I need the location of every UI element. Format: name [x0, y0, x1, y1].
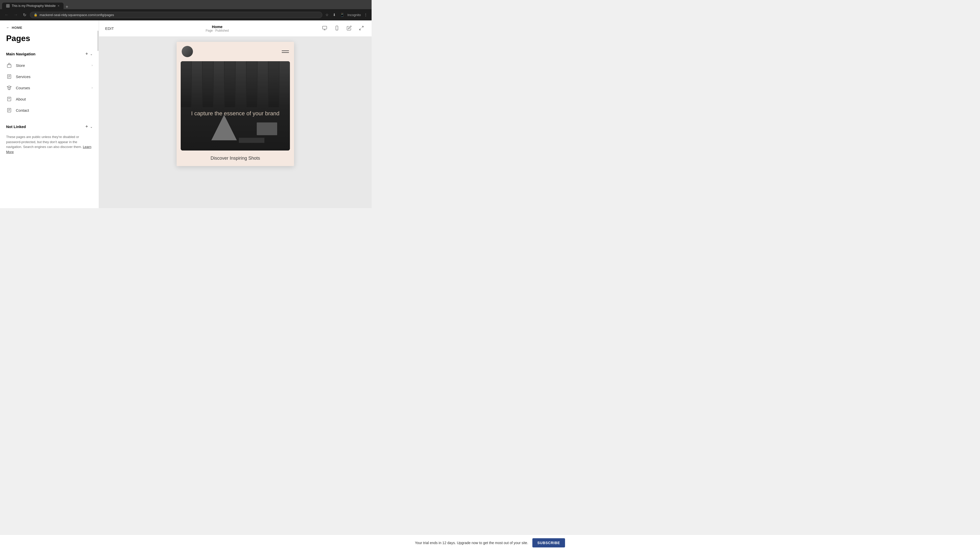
- hamburger-line-2: [282, 52, 289, 53]
- download-btn[interactable]: ⬇: [332, 12, 337, 18]
- view-controls: [321, 24, 366, 33]
- new-tab-btn[interactable]: +: [64, 5, 70, 9]
- site-logo-img: [182, 46, 193, 57]
- address-bar[interactable]: 🔒 mackerel-seal-nldy.squarespace.com/con…: [30, 12, 322, 18]
- bookmark-btn[interactable]: ☆: [325, 12, 330, 18]
- page-info: Home Page · Published: [206, 24, 229, 32]
- url-text: mackerel-seal-nldy.squarespace.com/confi…: [40, 13, 318, 17]
- app-layout: ← HOME Pages Main Navigation + ⌄: [0, 21, 372, 208]
- sidebar: ← HOME Pages Main Navigation + ⌄: [0, 21, 99, 208]
- svg-rect-13: [323, 26, 327, 29]
- nav-item-courses[interactable]: Courses ›: [0, 82, 99, 94]
- courses-icon: [6, 85, 12, 91]
- hamburger-menu[interactable]: [282, 51, 289, 53]
- tab-close-btn[interactable]: ×: [58, 4, 59, 8]
- discover-section: Discover Inspiring Shots: [177, 151, 294, 166]
- about-label: About: [16, 97, 93, 101]
- toolbar-actions: ☆ ⬇ 📱 Incognito ⋮: [325, 12, 369, 18]
- svg-rect-0: [7, 65, 11, 68]
- page-info-title: Home: [206, 24, 229, 29]
- lock-icon: 🔒: [34, 13, 38, 17]
- not-linked-collapse-btn[interactable]: ⌄: [90, 125, 93, 129]
- courses-label: Courses: [16, 86, 88, 90]
- site-logo: [182, 46, 193, 57]
- sidebar-inner: ← HOME Pages Main Navigation + ⌄: [0, 21, 99, 208]
- page-info-status: Page · Published: [206, 29, 229, 32]
- hero-image-container: I capture the essence of your brand: [181, 61, 290, 151]
- forward-btn[interactable]: →: [12, 11, 19, 18]
- nav-items-list: Store › Services: [0, 59, 99, 117]
- nav-item-about[interactable]: About: [0, 94, 99, 105]
- hero-heading: I capture the essence of your brand: [191, 110, 280, 118]
- scrollbar-thumb: [97, 30, 99, 51]
- box-object: [257, 122, 277, 135]
- services-label: Services: [16, 75, 93, 79]
- desktop-view-btn[interactable]: [321, 24, 329, 33]
- not-linked-title: Not Linked: [6, 124, 26, 129]
- not-linked-section: Not Linked + ⌄ These pages are public un…: [0, 117, 99, 157]
- store-chevron-icon: ›: [92, 64, 93, 67]
- main-nav-add-btn[interactable]: +: [85, 51, 88, 57]
- flat-box-object: [239, 138, 264, 143]
- not-linked-actions: + ⌄: [85, 124, 93, 129]
- tab-title: This is my Photography Website: [12, 4, 56, 8]
- tab-favicon: [6, 4, 10, 8]
- back-btn[interactable]: ←: [3, 11, 10, 18]
- browser-tab-bar: This is my Photography Website × +: [0, 0, 372, 9]
- hero-image: I capture the essence of your brand: [181, 61, 290, 151]
- hero-text: I capture the essence of your brand: [186, 89, 285, 123]
- nav-item-store[interactable]: Store ›: [0, 60, 99, 71]
- svg-rect-16: [336, 26, 338, 30]
- browser-toolbar: ← → ↻ 🔒 mackerel-seal-nldy.squarespace.c…: [0, 9, 372, 21]
- refresh-btn[interactable]: ↻: [21, 11, 28, 18]
- editor-toolbar: EDIT Home Page · Published: [99, 21, 372, 37]
- courses-chevron-icon: ›: [92, 86, 93, 89]
- back-nav[interactable]: ← HOME: [0, 21, 99, 30]
- not-linked-description: These pages are public unless they're di…: [0, 131, 99, 157]
- expand-btn[interactable]: [357, 24, 366, 33]
- edit-button[interactable]: EDIT: [105, 26, 114, 30]
- pages-title: Pages: [0, 30, 99, 49]
- store-icon: [6, 62, 12, 68]
- nav-item-services[interactable]: Services: [0, 71, 99, 82]
- about-icon: [6, 96, 12, 102]
- preview-area: I capture the essence of your brand Disc…: [99, 37, 372, 208]
- scrollbar-track[interactable]: [97, 21, 99, 208]
- main-nav-header: Main Navigation + ⌄: [0, 49, 99, 59]
- hamburger-line-1: [282, 51, 289, 51]
- device-mode-btn[interactable]: 📱: [339, 12, 345, 18]
- contact-label: Contact: [16, 108, 93, 113]
- mobile-view-btn[interactable]: [333, 24, 341, 33]
- main-nav-actions: + ⌄: [85, 51, 93, 57]
- nav-item-contact[interactable]: Contact: [0, 105, 99, 116]
- services-icon: [6, 73, 12, 79]
- site-header: [177, 42, 294, 61]
- incognito-label: Incognito: [347, 13, 361, 17]
- preview-frame: I capture the essence of your brand Disc…: [177, 42, 294, 166]
- pencil-icon-btn[interactable]: [345, 24, 353, 33]
- back-label: HOME: [12, 26, 22, 30]
- active-tab[interactable]: This is my Photography Website ×: [2, 3, 64, 9]
- main-nav-title: Main Navigation: [6, 52, 35, 56]
- menu-btn[interactable]: ⋮: [363, 12, 369, 18]
- not-linked-add-btn[interactable]: +: [85, 124, 88, 129]
- contact-icon: [6, 107, 12, 113]
- store-label: Store: [16, 63, 88, 68]
- main-nav-collapse-btn[interactable]: ⌄: [90, 52, 93, 56]
- back-arrow-icon: ←: [6, 25, 10, 30]
- not-linked-header: Not Linked + ⌄: [0, 122, 99, 131]
- main-content: EDIT Home Page · Published: [99, 21, 372, 208]
- discover-text: Discover Inspiring Shots: [182, 156, 289, 161]
